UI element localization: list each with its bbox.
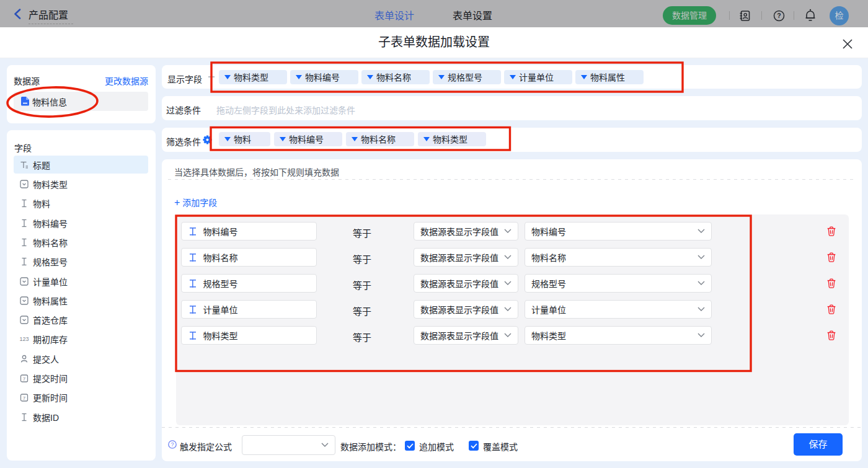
svg-text:?: ?: [777, 12, 781, 19]
svg-text:7: 7: [23, 376, 26, 382]
svg-text:7: 7: [23, 395, 26, 401]
svg-text:?: ?: [170, 441, 174, 448]
